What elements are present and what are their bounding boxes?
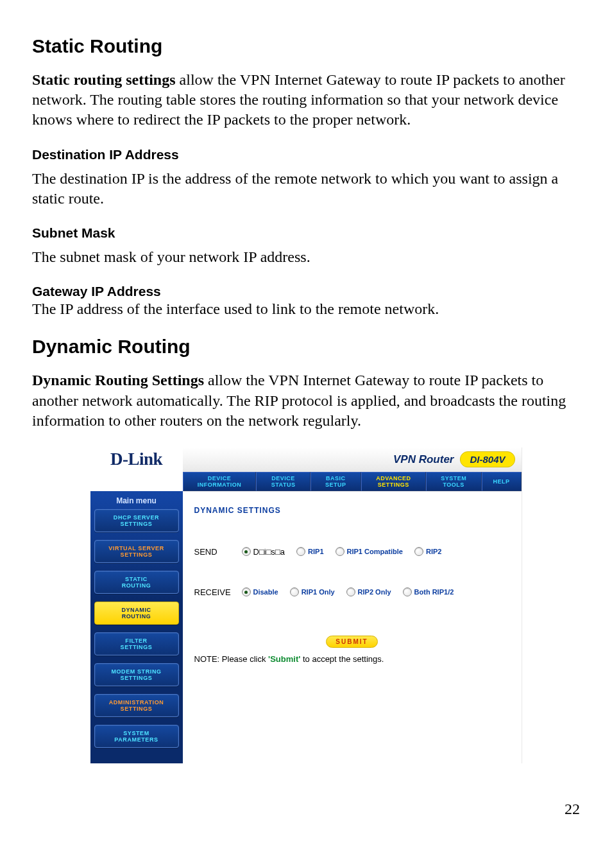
radio-icon (403, 587, 412, 596)
tab-system-tools[interactable]: SYSTEMTOOLS (426, 472, 482, 491)
subheading-dest-ip: Destination IP Address (32, 147, 580, 162)
radio-send-rip2[interactable]: RIP2 (414, 547, 441, 556)
section-heading-static-routing: Static Routing (32, 35, 580, 57)
content-panel: DYNAMIC SETTINGS SEND D□i□s□aRIP1RIP1 Co… (183, 491, 522, 763)
tab-device-information[interactable]: DEVICEINFORMATION (183, 472, 257, 491)
submit-button[interactable]: SUBMIT (326, 636, 377, 648)
label-send: SEND (194, 547, 233, 557)
radio-receive-rip1-only[interactable]: RIP1 Only (290, 587, 335, 596)
model-badge: DI-804V (460, 451, 514, 467)
radio-icon (242, 587, 251, 596)
radio-icon (414, 547, 423, 556)
radio-label: RIP1 Compatible (347, 548, 403, 555)
tab-advanced-settings[interactable]: ADVANCEDSETTINGS (361, 472, 426, 491)
sidebar-item-filter-settings[interactable]: FILTERSETTINGS (94, 632, 179, 655)
lead-bold-dynamic: Dynamic Routing Settings (32, 372, 204, 388)
sidebar-item-system-parameters[interactable]: SYSTEMPARAMETERS (94, 725, 179, 748)
sidebar-item-dhcp-server-settings[interactable]: DHCP SERVERSETTINGS (94, 509, 179, 532)
radio-label: D□i□s□a (253, 547, 285, 557)
radio-icon (296, 547, 305, 556)
radio-receive-rip2-only[interactable]: RIP2 Only (346, 587, 391, 596)
radio-label: RIP1 Only (302, 588, 335, 596)
radio-icon (242, 547, 251, 556)
panel-title: DYNAMIC SETTINGS (194, 506, 510, 515)
row-send: SEND D□i□s□aRIP1RIP1 CompatibleRIP2 (194, 547, 510, 557)
brand-logo: D-Link (110, 449, 162, 469)
paragraph-gateway-ip: The IP address of the interface used to … (32, 299, 580, 319)
radio-label: Both RIP1/2 (414, 588, 454, 596)
radio-label: RIP2 (426, 548, 441, 555)
sidebar-item-dynamic-routing[interactable]: DYNAMICROUTING (94, 602, 179, 625)
paragraph-dynamic-routing: Dynamic Routing Settings allow the VPN I… (32, 370, 580, 431)
radio-receive-both-rip1-2[interactable]: Both RIP1/2 (403, 587, 454, 596)
radio-receive-disable[interactable]: Disable (242, 587, 278, 596)
radio-send-rip1[interactable]: RIP1 (296, 547, 323, 556)
radio-label: Disable (253, 588, 278, 596)
sidebar-title: Main menu (94, 496, 179, 505)
section-heading-dynamic-routing: Dynamic Routing (32, 336, 580, 358)
sidebar-item-modem-string-settings[interactable]: MODEM STRINGSETTINGS (94, 663, 179, 686)
tab-device-status[interactable]: DEVICESTATUS (256, 472, 310, 491)
lead-bold: Static routing settings (32, 71, 176, 88)
product-title: VPN Router (393, 453, 454, 466)
radio-icon (336, 547, 344, 556)
radio-send-d-i-s-a[interactable]: D□i□s□a (242, 547, 285, 557)
logo-cell: D-Link (90, 447, 183, 472)
top-nav-tabs: DEVICEINFORMATIONDEVICESTATUSBASICSETUPA… (183, 472, 522, 491)
sidebar-item-static-routing[interactable]: STATICROUTING (94, 571, 179, 594)
page-number: 22 (565, 801, 580, 818)
radio-label: RIP1 (308, 548, 323, 555)
paragraph-dest-ip: The destination IP is the address of the… (32, 169, 580, 209)
tab-help-[interactable]: HELP (482, 472, 522, 491)
tab-basic-setup[interactable]: BASICSETUP (310, 472, 361, 491)
paragraph-subnet-mask: The subnet mask of your network IP addre… (32, 247, 580, 267)
subheading-gateway-ip: Gateway IP Address (32, 284, 580, 299)
row-receive: RECEIVE DisableRIP1 OnlyRIP2 OnlyBoth RI… (194, 587, 510, 597)
note-prefix: NOTE: Please click (194, 654, 269, 664)
sidebar-item-virtual-server-settings[interactable]: VIRTUAL SERVERSETTINGS (94, 540, 179, 563)
note-suffix: to accept the settings. (300, 654, 384, 664)
sidebar: Main menu DHCP SERVERSETTINGSVIRTUAL SER… (90, 491, 183, 763)
router-admin-screenshot: D-Link VPN Router DI-804V DEVICEINFORMAT… (90, 447, 522, 763)
radio-send-rip1-compatible[interactable]: RIP1 Compatible (336, 547, 403, 556)
sidebar-item-administration-settings[interactable]: ADMINISTRATIONSETTINGS (94, 694, 179, 717)
paragraph-static-routing: Static routing settings allow the VPN In… (32, 70, 580, 130)
radio-icon (346, 587, 355, 596)
subheading-subnet-mask: Subnet Mask (32, 225, 580, 241)
note-submit-word: 'Submit' (268, 654, 300, 664)
note-line: NOTE: Please click 'Submit' to accept th… (194, 654, 510, 664)
label-receive: RECEIVE (194, 587, 233, 597)
radio-label: RIP2 Only (358, 588, 391, 596)
radio-icon (290, 587, 299, 596)
